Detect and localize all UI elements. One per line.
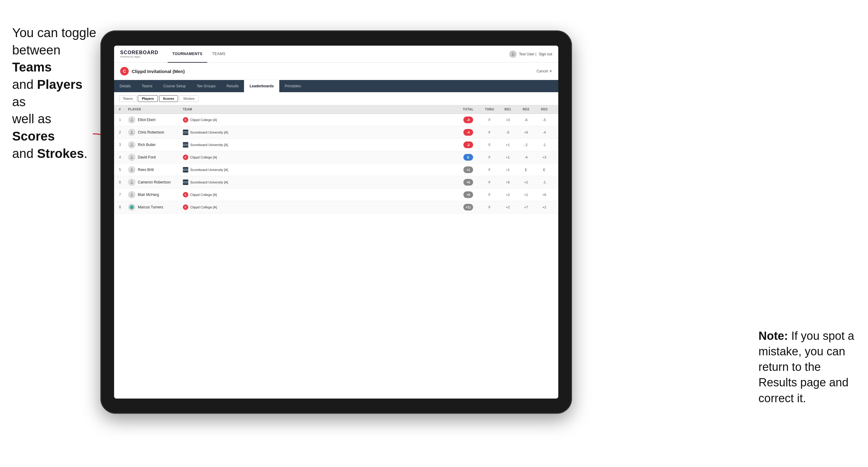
svg-point-21: [130, 205, 133, 209]
table-header: # PLAYER TEAM TOTAL THRU RD1 RD2 RD3: [114, 105, 558, 114]
avatar: [128, 204, 135, 211]
table-row[interactable]: 8 Marcus Turners C Clippd College [A] +1…: [114, 201, 558, 214]
avatar: [128, 191, 135, 198]
toggle-bar: Teams Players Scores Strokes: [114, 92, 558, 105]
team-logo: [183, 167, 188, 173]
right-annotation: Note: If you spot a mistake, you can ret…: [758, 328, 856, 406]
rd3-cell: +6: [535, 193, 553, 196]
tournament-icon: C: [120, 67, 129, 75]
svg-point-11: [131, 156, 132, 157]
top-nav: SCOREBOARD Powered by clippd TOURNAMENTS…: [114, 45, 558, 63]
close-icon: ✕: [549, 69, 552, 73]
rd1-cell: +1: [499, 168, 517, 172]
rd2-cell: +2: [517, 180, 535, 184]
team-cell: C Clippd College [A]: [183, 192, 456, 197]
score-badge: +6: [463, 179, 473, 186]
user-label: Test User |: [519, 52, 536, 56]
rank-cell: 6: [119, 180, 128, 184]
table-row[interactable]: 6 Cameron Robertson Scoreboard Universit…: [114, 176, 558, 189]
player-name: Rees Britt: [138, 168, 154, 172]
score-badge: +1: [463, 166, 473, 173]
table-row[interactable]: 2 Chris Robertson Scoreboard University …: [114, 126, 558, 139]
toggle-teams[interactable]: Teams: [119, 95, 136, 102]
rd2-cell: -2: [517, 143, 535, 147]
tab-teams[interactable]: Teams: [136, 80, 158, 92]
logo-area: SCOREBOARD Powered by clippd: [120, 50, 158, 58]
tab-results[interactable]: Results: [221, 80, 244, 92]
tab-course-setup[interactable]: Course Setup: [158, 80, 191, 92]
rank-cell: 5: [119, 168, 128, 172]
rd3-cell: -5: [535, 118, 553, 122]
score-badge: +8: [463, 191, 473, 198]
team-name: Scoreboard University [A]: [190, 130, 228, 134]
player-name: Marcus Turners: [138, 205, 163, 209]
table-row[interactable]: 5 Rees Britt Scoreboard University [A] +…: [114, 164, 558, 176]
tab-leaderboards[interactable]: Leaderboards: [244, 80, 279, 92]
toggle-strokes[interactable]: Strokes: [179, 95, 198, 102]
score-badge: +11: [463, 204, 473, 211]
cancel-button[interactable]: Cancel ✕: [537, 69, 552, 73]
svg-point-2: [131, 118, 132, 120]
nav-link-teams[interactable]: TEAMS: [207, 45, 230, 63]
player-name: Cameron Robertson: [138, 180, 171, 184]
nav-link-tournaments[interactable]: TOURNAMENTS: [168, 45, 208, 63]
svg-point-1: [512, 53, 514, 54]
player-cell: Blair McHarg: [128, 191, 183, 198]
toggle-scores[interactable]: Scores: [159, 95, 178, 102]
team-name: Clippd College [A]: [190, 205, 217, 209]
team-cell: Scoreboard University [A]: [183, 180, 456, 185]
tab-tee-groups[interactable]: Tee Groups: [191, 80, 221, 92]
svg-rect-8: [183, 143, 188, 147]
avatar: [128, 116, 135, 124]
team-name: Clippd College [A]: [190, 193, 217, 196]
rd2-cell: +5: [517, 130, 535, 134]
rd2-cell: E: [517, 168, 535, 172]
team-cell: C Clippd College [A]: [183, 117, 456, 123]
rd1-cell: -5: [499, 130, 517, 134]
team-cell: C Clippd College [A]: [183, 155, 456, 160]
logo-text: SCOREBOARD: [120, 50, 158, 55]
rd3-cell: E: [535, 168, 553, 172]
score-badge: -4: [463, 129, 473, 136]
table-row[interactable]: 1 Elliot Ebert C Clippd College [A] -8 F…: [114, 114, 558, 126]
nav-user: Test User | Sign out: [509, 51, 552, 58]
player-name: Elliot Ebert: [138, 118, 155, 122]
avatar: [128, 179, 135, 186]
team-logo: [183, 130, 188, 135]
thru-cell: F: [480, 168, 499, 172]
team-cell: Scoreboard University [A]: [183, 167, 456, 173]
avatar: [128, 129, 135, 136]
rd3-cell: +2: [535, 205, 553, 209]
rank-cell: 7: [119, 193, 128, 197]
toggle-players[interactable]: Players: [138, 95, 158, 102]
rd3-cell: -1: [535, 143, 553, 147]
table-row[interactable]: 3 Rich Butler Scoreboard University [A] …: [114, 139, 558, 151]
table-row[interactable]: 4 David Ford C Clippd College [A] E F +1…: [114, 151, 558, 164]
player-cell: Cameron Robertson: [128, 179, 183, 186]
rd2-cell: -6: [517, 118, 535, 122]
rank-cell: 4: [119, 155, 128, 159]
rd3-cell: -1: [535, 180, 553, 184]
tab-details[interactable]: Details: [114, 80, 136, 92]
svg-point-20: [131, 193, 132, 195]
rd2-cell: +1: [517, 193, 535, 196]
tablet-screen: SCOREBOARD Powered by clippd TOURNAMENTS…: [114, 45, 558, 399]
svg-point-7: [131, 143, 132, 145]
rank-cell: 1: [119, 118, 128, 122]
player-cell: Rich Butler: [128, 141, 183, 149]
rd1-cell: +3: [499, 118, 517, 122]
sign-out-link[interactable]: Sign out: [539, 52, 552, 56]
rd1-cell: +2: [499, 193, 517, 196]
rd1-cell: +5: [499, 180, 517, 184]
team-name: Scoreboard University [A]: [190, 180, 228, 184]
table-row[interactable]: 7 Blair McHarg C Clippd College [A] +8 F…: [114, 189, 558, 201]
tab-printables[interactable]: Printables: [279, 80, 306, 92]
rd1-cell: +1: [499, 155, 517, 159]
svg-rect-4: [183, 130, 188, 134]
player-cell: Chris Robertson: [128, 129, 183, 136]
tablet-frame: SCOREBOARD Powered by clippd TOURNAMENTS…: [100, 30, 572, 414]
svg-rect-17: [183, 180, 188, 184]
thru-cell: F: [480, 193, 499, 196]
rd2-cell: -4: [517, 155, 535, 159]
logo-sub: Powered by clippd: [120, 55, 158, 58]
